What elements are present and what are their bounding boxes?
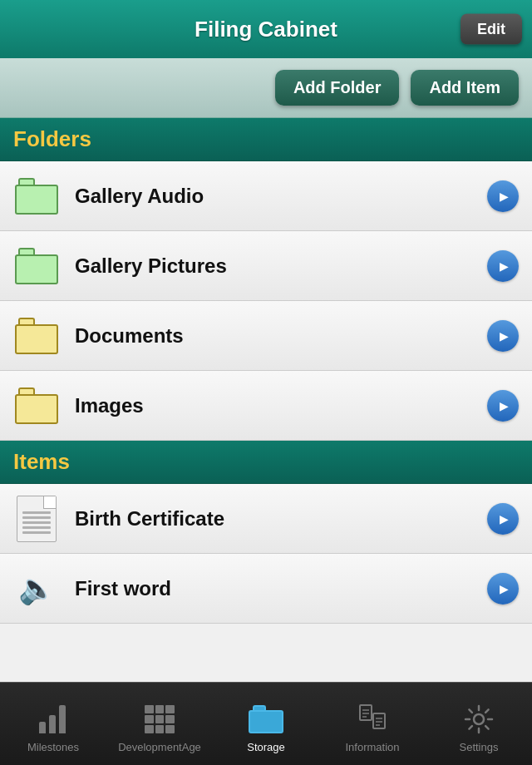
folder-item-gallery-audio[interactable]: Gallery Audio [0, 161, 532, 231]
chevron-button-documents[interactable] [487, 320, 519, 352]
tab-storage[interactable]: Storage [213, 683, 319, 765]
folder-item-documents[interactable]: Documents [0, 301, 532, 371]
folder-label-gallery-pictures: Gallery Pictures [75, 254, 487, 278]
item-birth-certificate[interactable]: Birth Certificate [0, 484, 532, 554]
folder-icon-gallery-audio [13, 173, 60, 220]
item-first-word[interactable]: 🔈 First word [0, 554, 532, 624]
svg-line-15 [485, 709, 489, 713]
svg-line-14 [485, 726, 489, 729]
items-section-header: Items [0, 441, 532, 484]
folder-icon-documents [13, 313, 60, 359]
folder-label-gallery-audio: Gallery Audio [75, 185, 487, 208]
items-heading: Items [13, 449, 70, 474]
toolbar: Add Folder Add Item [0, 58, 532, 118]
item-label-first-word: First word [75, 577, 487, 600]
folders-heading: Folders [13, 126, 91, 151]
svg-line-16 [469, 726, 472, 729]
speaker-icon-first-word: 🔈 [13, 565, 60, 612]
add-folder-button[interactable]: Add Folder [275, 70, 400, 106]
edit-button[interactable]: Edit [461, 14, 522, 45]
storage-icon [249, 701, 283, 738]
item-label-birth-certificate: Birth Certificate [75, 507, 487, 531]
chevron-button-birth-certificate[interactable] [487, 503, 519, 535]
svg-point-8 [474, 714, 484, 724]
chevron-button-gallery-audio[interactable] [487, 180, 519, 212]
folder-icon-gallery-pictures [13, 243, 60, 289]
svg-line-13 [469, 709, 472, 713]
add-item-button[interactable]: Add Item [411, 70, 519, 106]
tabbar: Milestones DevelopmentAge Storage [0, 682, 532, 765]
folders-section-header: Folders [0, 118, 532, 161]
tab-developmentage-label: DevelopmentAge [118, 741, 201, 753]
information-icon [358, 701, 387, 738]
tab-milestones[interactable]: Milestones [0, 683, 106, 765]
tab-developmentage[interactable]: DevelopmentAge [106, 683, 213, 765]
folder-label-images: Images [75, 394, 487, 417]
document-icon-birth-certificate [13, 496, 60, 542]
developmentage-icon [145, 701, 175, 738]
chevron-button-images[interactable] [487, 390, 519, 422]
tab-storage-label: Storage [247, 741, 285, 753]
folder-item-images[interactable]: Images [0, 371, 532, 441]
folder-icon-images [13, 382, 60, 429]
chevron-button-gallery-pictures[interactable] [487, 250, 519, 282]
tab-milestones-label: Milestones [27, 741, 79, 753]
settings-icon [464, 701, 494, 738]
app-title: Filing Cabinet [195, 17, 337, 42]
tab-information[interactable]: Information [319, 683, 426, 765]
folder-item-gallery-pictures[interactable]: Gallery Pictures [0, 231, 532, 301]
tab-settings-label: Settings [460, 741, 499, 753]
svg-rect-0 [360, 705, 372, 720]
milestones-icon [39, 701, 67, 738]
folder-label-documents: Documents [75, 324, 487, 348]
tab-settings[interactable]: Settings [426, 683, 532, 765]
chevron-button-first-word[interactable] [487, 573, 519, 605]
header: Filing Cabinet Edit [0, 0, 532, 58]
svg-rect-4 [373, 713, 385, 728]
tab-information-label: Information [345, 741, 399, 753]
